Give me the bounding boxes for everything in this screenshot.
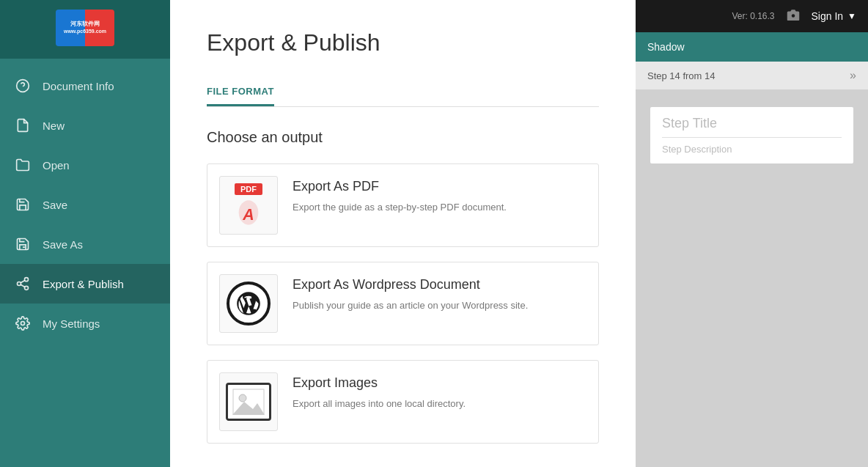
svg-point-13	[791, 14, 795, 18]
question-icon	[15, 78, 31, 94]
sidebar-item-save-label: Save	[43, 199, 67, 211]
camera-icon	[787, 9, 800, 23]
svg-point-3	[25, 278, 29, 282]
sidebar: 河东软件网www.pc6359.com Document Info New Op…	[0, 0, 170, 467]
sidebar-item-export-publish-label: Export & Publish	[43, 278, 124, 290]
sidebar-item-save[interactable]: Save	[0, 185, 170, 224]
folder-icon	[15, 157, 31, 173]
step-content-area: Step Title Step Description	[636, 89, 868, 467]
image-frame-icon	[226, 383, 271, 421]
sidebar-navigation: Document Info New Open Save Save As	[0, 59, 170, 467]
step-description: Step Description	[662, 144, 842, 155]
output-wordpress-desc: Publish your guide as an article on your…	[293, 298, 586, 313]
chevron-down-icon: ▼	[847, 11, 856, 21]
sign-in-button[interactable]: Sign In ▼	[812, 10, 856, 22]
output-images-info: Export Images Export all images into one…	[293, 372, 586, 411]
svg-point-11	[239, 394, 246, 402]
settings-icon	[15, 315, 31, 331]
sidebar-item-new[interactable]: New	[0, 106, 170, 145]
version-text: Ver: 0.16.3	[732, 11, 774, 21]
tab-bar: FILE FORMAT	[207, 78, 599, 107]
sidebar-item-my-settings-label: My Settings	[43, 317, 100, 330]
acrobat-icon: A	[234, 198, 263, 227]
svg-line-7	[21, 280, 25, 282]
save-as-icon	[15, 236, 31, 252]
svg-text:A: A	[242, 206, 254, 224]
step-divider	[662, 137, 842, 138]
images-icon-box	[219, 372, 278, 431]
output-pdf-desc: Export the guide as a step-by-step PDF d…	[293, 200, 586, 215]
pdf-label: PDF	[235, 183, 262, 195]
pdf-icon-box: PDF A	[219, 176, 278, 235]
step-info-text: Step 14 from 14	[647, 70, 716, 81]
sign-in-label: Sign In	[812, 10, 844, 22]
step-title-area: Step Title Step Description	[650, 107, 853, 163]
tab-file-format[interactable]: FILE FORMAT	[207, 78, 274, 106]
chevron-right-icon: »	[850, 69, 856, 82]
sidebar-item-document-info[interactable]: Document Info	[0, 66, 170, 106]
output-item-images[interactable]: Export Images Export all images into one…	[207, 360, 599, 444]
wordpress-icon	[227, 282, 271, 326]
right-header: Ver: 0.16.3 Sign In ▼	[636, 0, 868, 32]
output-images-desc: Export all images into one local directo…	[293, 397, 586, 411]
new-doc-icon	[15, 117, 31, 133]
output-images-title: Export Images	[293, 375, 586, 391]
main-content: Export & Publish FILE FORMAT Choose an o…	[170, 0, 636, 467]
sidebar-logo: 河东软件网www.pc6359.com	[0, 0, 170, 59]
output-item-wordpress[interactable]: Export As Wordpress Document Publish you…	[207, 262, 599, 345]
teal-bar: Shadow	[636, 32, 868, 62]
output-pdf-info: Export As PDF Export the guide as a step…	[293, 176, 586, 215]
export-icon	[15, 276, 31, 292]
shadow-label: Shadow	[647, 41, 685, 53]
output-pdf-title: Export As PDF	[293, 179, 586, 194]
svg-point-5	[25, 286, 29, 290]
output-wordpress-title: Export As Wordpress Document	[293, 277, 586, 293]
svg-point-8	[21, 322, 25, 326]
right-panel: Ver: 0.16.3 Sign In ▼ Shadow Step 14 fro…	[636, 0, 868, 467]
sidebar-item-open[interactable]: Open	[0, 145, 170, 185]
sidebar-item-new-label: New	[43, 119, 65, 132]
svg-line-6	[21, 284, 25, 287]
wordpress-icon-box	[219, 274, 278, 333]
sidebar-item-export-publish[interactable]: Export & Publish	[0, 264, 170, 304]
output-item-pdf[interactable]: PDF A Export As PDF Export the guide as …	[207, 163, 599, 247]
sidebar-item-open-label: Open	[43, 159, 70, 172]
sidebar-item-save-as[interactable]: Save As	[0, 224, 170, 264]
save-icon	[15, 196, 31, 213]
sidebar-item-document-info-label: Document Info	[43, 80, 114, 92]
section-title: Choose an output	[207, 129, 599, 146]
output-wordpress-info: Export As Wordpress Document Publish you…	[293, 274, 586, 313]
svg-point-4	[18, 282, 21, 286]
page-title: Export & Publish	[207, 29, 599, 56]
sidebar-item-my-settings[interactable]: My Settings	[0, 304, 170, 343]
step-title: Step Title	[662, 116, 842, 131]
step-info-bar: Step 14 from 14 »	[636, 62, 868, 89]
sidebar-item-save-as-label: Save As	[43, 238, 83, 251]
